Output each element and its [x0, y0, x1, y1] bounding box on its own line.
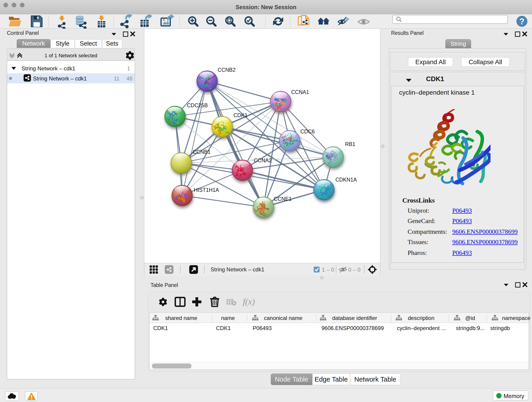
svg-text:RB1: RB1 [345, 141, 355, 147]
svg-text:f(x): f(x) [243, 297, 255, 307]
svg-text:CCNB2: CCNB2 [218, 67, 235, 73]
svg-text:CCNB1: CCNB1 [193, 149, 210, 155]
svg-text:CDC6: CDC6 [300, 128, 315, 134]
svg-text:CDC25B: CDC25B [187, 102, 208, 108]
svg-text:CCNE1: CCNE1 [274, 196, 292, 202]
svg-text:HIST1H1A: HIST1H1A [194, 187, 219, 193]
svg-text:0 – 0: 0 – 0 [348, 267, 360, 273]
svg-text:?: ? [519, 17, 525, 26]
svg-text:CDKN1A: CDKN1A [336, 177, 357, 183]
svg-text:1 – 0: 1 – 0 [322, 267, 334, 273]
svg-text:CCNA2: CCNA2 [254, 157, 272, 163]
svg-text:CCNA1: CCNA1 [291, 89, 309, 95]
svg-text:CDK1: CDK1 [234, 112, 247, 118]
